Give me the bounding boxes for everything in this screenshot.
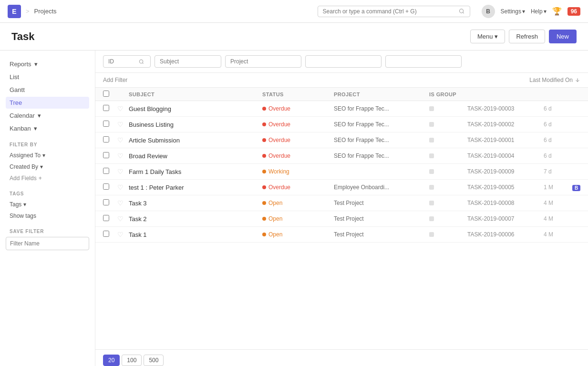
table-row[interactable]: ♡ Broad Review Overdue SEO for Frappe Te… [95,148,588,164]
row-checkbox-cell[interactable] [103,105,117,112]
tags-label: TAGS [6,191,89,196]
settings-label: Settings [501,8,521,15]
row-checkbox[interactable] [103,105,109,111]
project-filter-input[interactable] [225,55,301,68]
row-favorite-cell[interactable]: ♡ [117,152,129,160]
table-row[interactable]: ♡ Task 2 Open Test Project TASK-2019-000… [95,211,588,227]
add-filter-button[interactable]: Add Filter [103,77,127,83]
sidebar-item-tree[interactable]: Tree [6,97,89,109]
favorite-icon[interactable]: ♡ [117,105,124,112]
sidebar-item-calendar[interactable]: Calendar ▾ [6,110,89,122]
pagination: 20 100 500 [95,349,588,366]
status-text: Open [268,215,282,222]
row-checkbox[interactable] [103,152,109,158]
sidebar-item-list[interactable]: List [6,71,89,83]
page-btn-20[interactable]: 20 [103,355,120,366]
task-id: TASK-2019-00003 [467,105,544,112]
row-checkbox[interactable] [103,231,109,237]
table-row[interactable]: ♡ Business Listing Overdue SEO for Frapp… [95,117,588,132]
favorite-icon[interactable]: ♡ [117,168,124,175]
favorite-icon[interactable]: ♡ [117,136,124,144]
table-row[interactable]: ♡ Farm 1 Daily Tasks Working TASK-2019-0… [95,164,588,180]
select-all-checkbox[interactable] [103,91,109,97]
sidebar-item-kanban[interactable]: Kanban ▾ [6,122,89,134]
settings-button[interactable]: Settings ▾ [501,8,525,15]
favorite-icon[interactable]: ♡ [117,231,124,238]
row-checkbox-cell[interactable] [103,152,117,160]
new-button[interactable]: New [549,30,577,43]
notification-badge[interactable]: 96 [567,7,580,16]
global-search[interactable] [318,6,470,17]
chevron-down-icon: ▾ [23,201,26,208]
project-header[interactable]: Project [334,92,429,97]
is-group-indicator [429,169,434,174]
app-logo[interactable]: E [8,5,21,18]
table-row[interactable]: ♡ Article Submission Overdue SEO for Fra… [95,132,588,148]
page-actions: Menu ▾ Refresh New [470,30,577,43]
filter-assigned-to[interactable]: Assigned To ▾ [6,150,89,161]
task-table: Subject Status Project Is Group 9 of 9 ♡… [95,88,588,349]
row-checkbox[interactable] [103,183,109,190]
refresh-button[interactable]: Refresh [509,30,545,43]
subject-header[interactable]: Subject [129,92,262,97]
table-row[interactable]: ♡ Task 1 Open Test Project TASK-2019-000… [95,227,588,243]
subject-filter-input[interactable] [155,55,221,68]
row-favorite-cell[interactable]: ♡ [117,105,129,112]
table-row[interactable]: ♡ Guest Blogging Overdue SEO for Frappe … [95,101,588,117]
row-checkbox-cell[interactable] [103,183,117,191]
page-btn-100[interactable]: 100 [122,355,142,366]
row-favorite-cell[interactable]: ♡ [117,199,129,207]
task-name: Guest Blogging [129,105,262,112]
favorite-icon[interactable]: ♡ [117,121,124,128]
row-checkbox-cell[interactable] [103,136,117,144]
filter-name-input[interactable] [6,237,89,250]
favorite-icon[interactable]: ♡ [117,215,124,223]
breadcrumb-projects[interactable]: Projects [34,8,57,15]
status-dot [262,107,266,111]
add-fields-button[interactable]: Add Fields + [6,173,89,183]
select-all-cell[interactable] [103,91,117,98]
id-filter-input[interactable] [108,58,137,65]
chevron-down-icon: ▾ [42,152,45,159]
row-favorite-cell[interactable]: ♡ [117,136,129,144]
help-button[interactable]: Help ▾ [531,8,547,15]
favorite-icon[interactable]: ♡ [117,199,124,207]
search-input[interactable] [323,8,455,15]
row-checkbox[interactable] [103,199,109,205]
sidebar-item-gantt[interactable]: Gantt [6,84,89,96]
search-icon [459,8,464,14]
filter4-input[interactable] [305,55,382,68]
row-favorite-cell[interactable]: ♡ [117,121,129,128]
row-checkbox[interactable] [103,215,109,221]
status-header[interactable]: Status [262,92,334,97]
favorite-icon[interactable]: ♡ [117,183,124,191]
show-tags-button[interactable]: Show tags [6,211,89,221]
menu-button[interactable]: Menu ▾ [470,30,505,43]
filter5-input[interactable] [385,55,462,68]
status-dot [262,185,266,189]
row-checkbox-cell[interactable] [103,215,117,223]
id-filter[interactable] [103,55,151,68]
row-favorite-cell[interactable]: ♡ [117,215,129,223]
row-checkbox[interactable] [103,168,109,174]
row-favorite-cell[interactable]: ♡ [117,231,129,238]
row-checkbox[interactable] [103,121,109,127]
row-checkbox-cell[interactable] [103,231,117,238]
row-checkbox-cell[interactable] [103,199,117,207]
favorite-icon[interactable]: ♡ [117,152,124,160]
sidebar-item-reports[interactable]: Reports ▾ [6,58,89,70]
row-favorite-cell[interactable]: ♡ [117,183,129,191]
row-checkbox[interactable] [103,136,109,142]
table-row[interactable]: ♡ test 1 : Peter Parker Overdue Employee… [95,180,588,195]
svg-line-1 [463,12,464,13]
tags-filter[interactable]: Tags ▾ [6,199,89,210]
row-favorite-cell[interactable]: ♡ [117,168,129,175]
is-group-header[interactable]: Is Group [429,92,467,97]
row-checkbox-cell[interactable] [103,121,117,128]
task-name: Task 1 [129,231,262,238]
table-row[interactable]: ♡ Task 3 Open Test Project TASK-2019-000… [95,195,588,211]
row-checkbox-cell[interactable] [103,168,117,175]
sidebar: Reports ▾ List Gantt Tree Calendar ▾ Kan… [0,51,95,366]
page-btn-500[interactable]: 500 [144,355,164,366]
filter-created-by[interactable]: Created By ▾ [6,162,89,172]
